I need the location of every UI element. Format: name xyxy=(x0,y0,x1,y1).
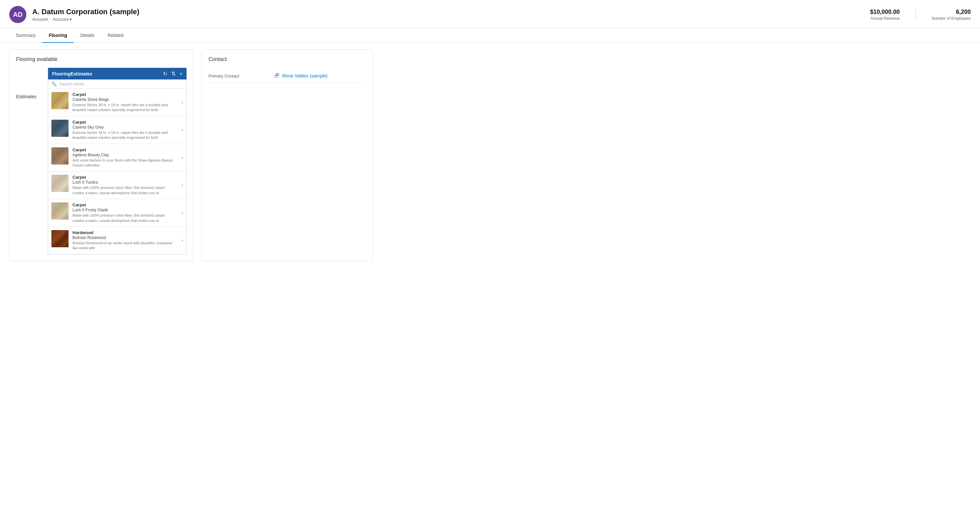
item-category: Carpet xyxy=(72,203,178,208)
tab-bar: Summary Flooring Details Related xyxy=(0,28,980,43)
company-name: A. Datum Corporation (sample) xyxy=(32,8,139,16)
item-name: Caserta Sky Grey xyxy=(72,125,178,129)
employees-value: 6,200 xyxy=(932,9,971,16)
chevron-right-icon: › xyxy=(181,203,183,223)
tab-related[interactable]: Related xyxy=(101,28,130,43)
chevron-right-icon: › xyxy=(181,175,183,195)
item-category: Hardwood xyxy=(72,230,178,235)
thumbnail-image xyxy=(51,92,68,109)
item-description: Add some fashion to your floors with the… xyxy=(72,158,178,168)
item-description: Bolivian Rosewood is an exotic wood with… xyxy=(72,241,178,251)
flooring-list-item[interactable]: Hardwood Bolivian Rosewood Bolivian Rose… xyxy=(48,227,186,254)
flooring-panel-title: Flooring available xyxy=(16,56,187,62)
thumbnail-image xyxy=(51,120,68,137)
refresh-icon[interactable]: ↻ xyxy=(163,70,167,77)
tab-flooring[interactable]: Flooring xyxy=(42,28,74,43)
annual-revenue-stat: $10,000.00 Annual Revenue xyxy=(870,9,900,21)
header-info: A. Datum Corporation (sample) Account · … xyxy=(32,8,139,22)
breadcrumb-dot: · xyxy=(50,17,51,22)
flooring-list-item[interactable]: Carpet Caserta Stone Beige Extreme Serie… xyxy=(48,89,186,117)
chevron-right-icon: › xyxy=(181,92,183,113)
item-description: Made with 100% premium nylon fiber, this… xyxy=(72,185,178,195)
thumbnail-image xyxy=(51,147,68,164)
item-content: Carpet Caserta Sky Grey Extreme Series 1… xyxy=(72,120,178,141)
search-icon: 🔍 xyxy=(51,81,57,86)
primary-contact-name: Rene Valdes (sample) xyxy=(282,73,328,78)
item-thumbnail xyxy=(51,120,68,137)
app-header: AD A. Datum Corporation (sample) Account… xyxy=(0,0,980,28)
tab-details[interactable]: Details xyxy=(74,28,101,43)
item-description: Extreme Series 18 in. x 18 in. carpet ti… xyxy=(72,102,178,113)
thumbnail-image xyxy=(51,203,68,220)
header-left: AD A. Datum Corporation (sample) Account… xyxy=(9,6,139,23)
item-description: Made with 100% premium nylon fiber, this… xyxy=(72,213,178,223)
estimates-label: Estimates xyxy=(16,67,43,254)
add-icon[interactable]: + xyxy=(180,71,183,77)
stat-divider xyxy=(915,9,916,21)
chevron-down-icon: ▾ xyxy=(70,17,72,22)
item-content: Carpet Ageless Beauty Clay Add some fash… xyxy=(72,147,178,168)
avatar: AD xyxy=(9,6,26,23)
list-header-title: FlooringEstimates xyxy=(52,71,92,77)
item-category: Carpet xyxy=(72,120,178,125)
item-description: Extreme Series 18 in. x 18 in. carpet ti… xyxy=(72,130,178,141)
item-name: Bolivian Rosewood xyxy=(72,235,178,240)
item-category: Carpet xyxy=(72,175,178,180)
item-category: Carpet xyxy=(72,147,178,152)
search-bar: 🔍 xyxy=(48,80,186,89)
item-thumbnail xyxy=(51,203,68,220)
item-content: Hardwood Bolivian Rosewood Bolivian Rose… xyxy=(72,230,178,251)
breadcrumb-account1[interactable]: Account xyxy=(32,17,48,22)
annual-revenue-label: Annual Revenue xyxy=(870,16,900,21)
item-thumbnail xyxy=(51,230,68,247)
contact-panel: Contact Primary Contact 🗗 Rene Valdes (s… xyxy=(202,50,373,262)
item-thumbnail xyxy=(51,92,68,109)
flooring-inner: Estimates FlooringEstimates ↻ ⇅ + 🔍 xyxy=(16,67,187,254)
contact-person-icon: 🗗 xyxy=(274,73,280,79)
breadcrumb: Account · Account ▾ xyxy=(32,17,139,22)
primary-contact-value[interactable]: 🗗 Rene Valdes (sample) xyxy=(274,73,328,79)
header-stats: $10,000.00 Annual Revenue 6,200 Number o… xyxy=(870,9,971,21)
annual-revenue-value: $10,000.00 xyxy=(870,9,900,16)
item-name: Lush II Frosty Glade xyxy=(72,208,178,212)
flooring-list-item[interactable]: Carpet Lush II Frosty Glade Made with 10… xyxy=(48,199,186,227)
item-thumbnail xyxy=(51,147,68,164)
flooring-list-item[interactable]: Carpet Ageless Beauty Clay Add some fash… xyxy=(48,144,186,172)
item-name: Lush II Tundra xyxy=(72,180,178,185)
list-header-bar: FlooringEstimates ↻ ⇅ + xyxy=(48,68,186,80)
flooring-list-item[interactable]: Carpet Lush II Tundra Made with 100% pre… xyxy=(48,171,186,199)
search-input[interactable] xyxy=(59,81,183,86)
flooring-panel: Flooring available Estimates FlooringEst… xyxy=(9,50,194,262)
primary-contact-row: Primary Contact 🗗 Rene Valdes (sample) xyxy=(208,69,366,83)
item-content: Carpet Caserta Stone Beige Extreme Serie… xyxy=(72,92,178,113)
item-thumbnail xyxy=(51,175,68,192)
breadcrumb-account2[interactable]: Account ▾ xyxy=(53,17,72,22)
flooring-list-container: FlooringEstimates ↻ ⇅ + 🔍 xyxy=(48,67,187,254)
primary-contact-label: Primary Contact xyxy=(208,73,274,78)
thumbnail-image xyxy=(51,175,68,192)
chevron-right-icon: › xyxy=(181,230,183,251)
item-content: Carpet Lush II Frosty Glade Made with 10… xyxy=(72,203,178,223)
chevron-right-icon: › xyxy=(181,147,183,168)
item-name: Ageless Beauty Clay xyxy=(72,153,178,157)
item-name: Caserta Stone Beige xyxy=(72,97,178,102)
item-content: Carpet Lush II Tundra Made with 100% pre… xyxy=(72,175,178,195)
item-category: Carpet xyxy=(72,92,178,97)
contact-panel-title: Contact xyxy=(208,56,366,62)
sort-icon[interactable]: ⇅ xyxy=(171,70,176,77)
flooring-items-list: Carpet Caserta Stone Beige Extreme Serie… xyxy=(48,89,186,254)
chevron-right-icon: › xyxy=(181,120,183,141)
list-header-actions: ↻ ⇅ + xyxy=(163,70,183,77)
main-content: Flooring available Estimates FlooringEst… xyxy=(0,43,980,268)
flooring-list-item[interactable]: Carpet Caserta Sky Grey Extreme Series 1… xyxy=(48,117,186,144)
employees-stat: 6,200 Number of Employees xyxy=(932,9,971,21)
employees-label: Number of Employees xyxy=(932,16,971,21)
thumbnail-image xyxy=(51,230,68,247)
tab-summary[interactable]: Summary xyxy=(9,28,42,43)
